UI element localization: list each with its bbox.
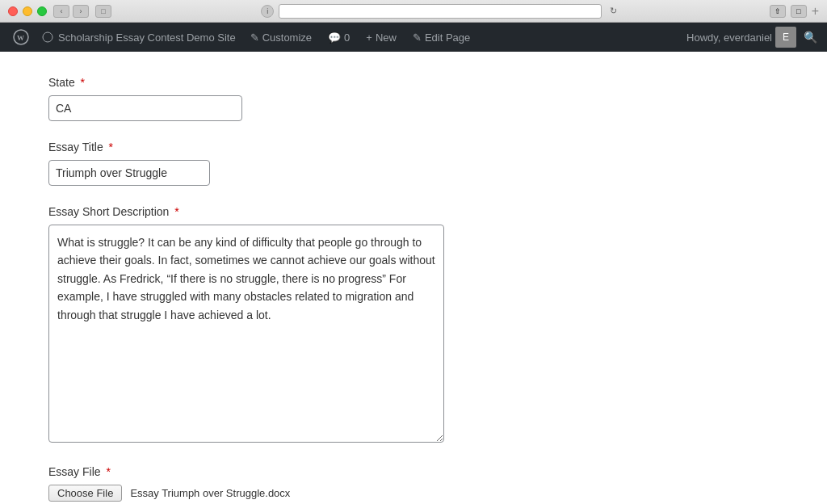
new-icon: + — [366, 32, 372, 44]
close-button[interactable] — [8, 6, 18, 16]
essay-file-group: Essay File * Choose File Essay Triumph o… — [48, 465, 779, 502]
state-input[interactable] — [48, 95, 242, 121]
essay-title-group: Essay Title * — [48, 141, 779, 186]
edit-page-item[interactable]: ✎ Edit Page — [405, 23, 478, 52]
essay-title-label-text: Essay Title — [48, 141, 103, 153]
essay-desc-required: * — [174, 205, 178, 218]
traffic-lights — [8, 6, 47, 16]
choose-file-label: Choose File — [57, 487, 113, 499]
state-required: * — [81, 76, 85, 89]
site-name[interactable]: Scholarship Essay Contest Demo Site — [36, 23, 242, 52]
svg-point-2 — [43, 32, 52, 42]
wp-logo[interactable]: W — [6, 23, 36, 52]
edit-page-icon: ✎ — [413, 32, 422, 44]
window-layout-button[interactable]: □ — [95, 5, 111, 18]
address-bar-container: i ↻ — [118, 4, 763, 19]
essay-file-label: Essay File * — [48, 465, 779, 478]
admin-bar-right: Howdy, everdaniel E 🔍 — [686, 27, 821, 48]
avatar[interactable]: E — [775, 27, 796, 48]
share-icon[interactable]: ⇧ — [770, 5, 786, 18]
file-input-row: Choose File Essay Triumph over Struggle.… — [48, 485, 779, 502]
customize-label: Customize — [262, 32, 312, 44]
essay-desc-label-text: Essay Short Description — [48, 205, 169, 218]
info-icon[interactable]: i — [261, 5, 274, 18]
state-label-text: State — [48, 76, 75, 89]
essay-file-label-text: Essay File — [48, 465, 101, 478]
essay-desc-label: Essay Short Description * — [48, 205, 779, 218]
essay-title-input[interactable] — [48, 160, 210, 186]
file-name-text: Essay Triumph over Struggle.docx — [130, 487, 290, 499]
essay-file-required: * — [106, 465, 110, 478]
new-label: New — [376, 32, 397, 44]
toolbar-right: ⇧ □ + — [770, 4, 819, 19]
comments-count: 0 — [344, 32, 350, 44]
svg-text:W: W — [17, 34, 24, 42]
address-bar[interactable] — [279, 4, 602, 19]
new-item[interactable]: + New — [358, 23, 405, 52]
add-tab-icon[interactable]: + — [812, 4, 819, 19]
essay-title-label: Essay Title * — [48, 141, 779, 153]
choose-file-button[interactable]: Choose File — [48, 485, 122, 502]
minimize-button[interactable] — [23, 6, 32, 16]
main-content: State * Essay Title * Essay Short Descri… — [0, 52, 827, 504]
customize-icon: ✎ — [250, 32, 259, 44]
site-icon — [42, 32, 53, 43]
comments-item[interactable]: 💬 0 — [320, 23, 358, 52]
comments-icon: 💬 — [328, 32, 341, 44]
customize-item[interactable]: ✎ Customize — [242, 23, 320, 52]
essay-desc-textarea[interactable] — [48, 225, 444, 443]
new-tab-button[interactable]: □ — [791, 5, 807, 18]
state-group: State * — [48, 76, 779, 121]
nav-buttons: ‹ › — [53, 5, 89, 18]
title-bar: ‹ › □ i ↻ ⇧ □ + — [0, 0, 827, 23]
essay-title-required: * — [109, 141, 113, 153]
refresh-icon[interactable]: ↻ — [607, 5, 619, 18]
state-label: State * — [48, 76, 779, 89]
wp-admin-bar: W Scholarship Essay Contest Demo Site ✎ … — [0, 23, 827, 52]
edit-page-label: Edit Page — [425, 32, 470, 44]
forward-button[interactable]: › — [73, 5, 89, 18]
essay-desc-group: Essay Short Description * — [48, 205, 779, 446]
site-name-text: Scholarship Essay Contest Demo Site — [58, 32, 236, 44]
howdy-text: Howdy, everdaniel — [686, 32, 772, 44]
back-button[interactable]: ‹ — [53, 5, 69, 18]
maximize-button[interactable] — [37, 6, 47, 16]
search-icon[interactable]: 🔍 — [800, 27, 821, 48]
